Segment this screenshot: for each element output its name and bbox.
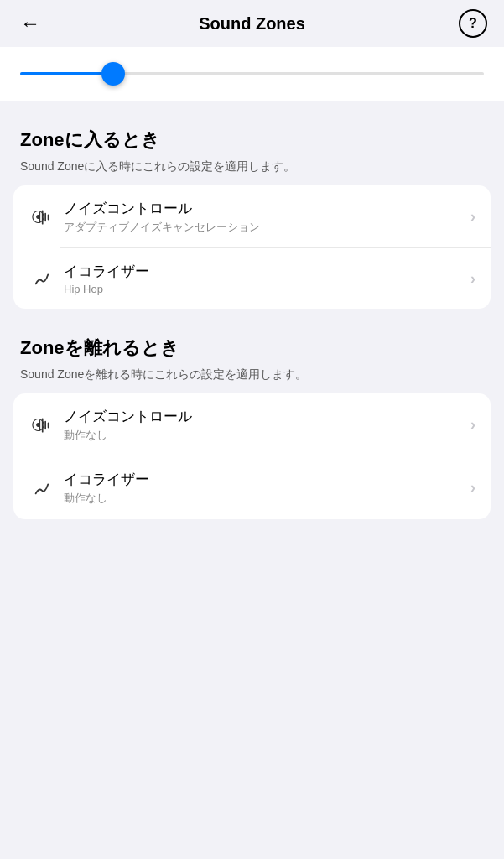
noise-control-leave-title: ノイズコントロール bbox=[64, 407, 464, 426]
equalizer-leave-subtitle: 動作なし bbox=[64, 491, 464, 506]
noise-control-leave-chevron: › bbox=[470, 416, 475, 434]
enter-zone-title: Zoneに入るとき bbox=[20, 128, 484, 153]
equalizer-enter-content: イコライザー Hip Hop bbox=[64, 262, 464, 295]
noise-control-leave-subtitle: 動作なし bbox=[64, 428, 464, 443]
enter-zone-section-header: Zoneに入るとき Sound Zoneに入る時にこれらの設定を適用します。 bbox=[0, 121, 504, 185]
help-icon: ? bbox=[469, 16, 477, 31]
leave-zone-card: ⦿ ノイズコントロール 動作なし › イコライザー 動作なし › bbox=[13, 393, 491, 519]
equalizer-leave-item[interactable]: イコライザー 動作なし › bbox=[13, 456, 491, 519]
equalizer-enter-item[interactable]: イコライザー Hip Hop › bbox=[13, 248, 491, 309]
enter-zone-description: Sound Zoneに入る時にこれらの設定を適用します。 bbox=[20, 158, 484, 175]
noise-control-enter-chevron: › bbox=[470, 208, 475, 226]
page-title: Sound Zones bbox=[199, 14, 305, 34]
noise-control-enter-icon: ⦿ bbox=[29, 209, 54, 226]
help-button[interactable]: ? bbox=[459, 9, 487, 38]
slider-container bbox=[0, 47, 504, 101]
back-arrow-icon: ← bbox=[20, 12, 40, 35]
leave-zone-section-header: Zoneを離れるとき Sound Zoneを離れる時にこれらの設定を適用します。 bbox=[0, 329, 504, 393]
slider-track[interactable] bbox=[20, 72, 484, 75]
enter-zone-card: ⦿ ノイズコントロール アダプティブノイズキャンセレーション › イコライザー … bbox=[13, 185, 491, 309]
slider-thumb[interactable] bbox=[101, 62, 125, 86]
app-header: ← Sound Zones ? bbox=[0, 0, 504, 47]
equalizer-enter-subtitle: Hip Hop bbox=[64, 283, 464, 295]
leave-zone-title: Zoneを離れるとき bbox=[20, 336, 484, 361]
equalizer-leave-chevron: › bbox=[470, 479, 475, 497]
noise-control-leave-item[interactable]: ⦿ ノイズコントロール 動作なし › bbox=[13, 393, 491, 456]
equalizer-leave-icon bbox=[29, 480, 54, 497]
noise-control-enter-content: ノイズコントロール アダプティブノイズキャンセレーション bbox=[64, 199, 464, 235]
equalizer-enter-chevron: › bbox=[470, 270, 475, 288]
equalizer-leave-content: イコライザー 動作なし bbox=[64, 470, 464, 506]
equalizer-enter-icon bbox=[29, 270, 54, 287]
noise-control-enter-title: ノイズコントロール bbox=[64, 199, 464, 218]
equalizer-leave-title: イコライザー bbox=[64, 470, 464, 489]
equalizer-enter-title: イコライザー bbox=[64, 262, 464, 281]
noise-control-leave-icon: ⦿ bbox=[29, 417, 54, 434]
slider-fill bbox=[20, 72, 113, 75]
leave-zone-description: Sound Zoneを離れる時にこれらの設定を適用します。 bbox=[20, 366, 484, 383]
back-button[interactable]: ← bbox=[17, 8, 44, 39]
noise-control-enter-subtitle: アダプティブノイズキャンセレーション bbox=[64, 220, 464, 235]
noise-control-leave-content: ノイズコントロール 動作なし bbox=[64, 407, 464, 443]
noise-control-enter-item[interactable]: ⦿ ノイズコントロール アダプティブノイズキャンセレーション › bbox=[13, 185, 491, 248]
